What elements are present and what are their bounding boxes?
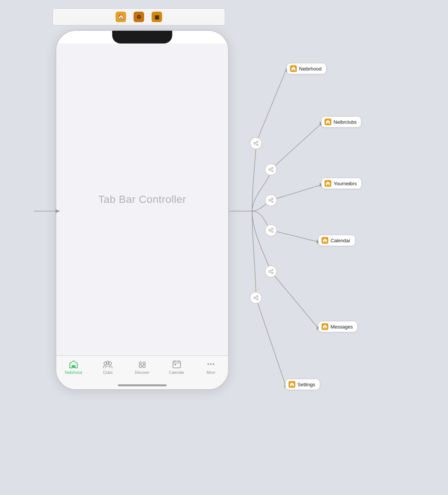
neibrclubs-dest-label: Neibrclubs (334, 119, 356, 125)
toolbar-icon-2: ⚙ (134, 12, 144, 22)
svg-line-28 (271, 272, 318, 328)
neibrhood-tab-label: Neibrhood (65, 370, 82, 375)
svg-line-36 (256, 144, 257, 144)
dest-neibrhood[interactable]: Neibrhood (287, 63, 326, 74)
home-indicator (118, 384, 167, 386)
branch-node-4 (265, 224, 277, 236)
svg-line-50 (271, 230, 272, 230)
svg-line-40 (271, 169, 272, 170)
svg-line-26 (271, 230, 318, 242)
svg-point-33 (257, 141, 258, 142)
xcode-toolbar: 🏠 ⚙ ▦ (53, 8, 225, 26)
svg-line-55 (271, 271, 272, 272)
tab-discover[interactable]: Discover (125, 359, 159, 375)
dest-messages[interactable]: Messages (318, 321, 358, 332)
tab-bar: Neibrhood Clubs (56, 356, 228, 389)
svg-line-30 (256, 298, 286, 386)
svg-point-52 (269, 271, 271, 273)
svg-point-39 (272, 170, 273, 172)
iphone-notch (112, 31, 172, 44)
phone-content: Tab Bar Controller (56, 44, 228, 356)
svg-point-49 (272, 231, 273, 232)
svg-line-46 (271, 201, 272, 201)
branch-node-6 (250, 292, 262, 304)
settings-dest-icon (289, 381, 295, 388)
messages-dest-icon (322, 323, 328, 330)
discover-tab-label: Discover (135, 370, 150, 375)
svg-line-24 (271, 185, 321, 200)
svg-point-4 (139, 362, 141, 364)
svg-point-54 (272, 272, 273, 274)
iphone-frame: Tab Bar Controller Neibrhood (56, 30, 229, 390)
svg-point-42 (269, 200, 271, 201)
more-icon (206, 359, 216, 369)
svg-point-47 (269, 230, 271, 231)
neibrhood-icon (68, 359, 79, 369)
svg-point-57 (254, 297, 256, 299)
calendar-dest-label: Calendar (331, 238, 350, 243)
svg-rect-9 (173, 361, 180, 368)
yourneibrs-dest-label: Yourneibrs (334, 181, 357, 186)
svg-point-53 (272, 269, 273, 271)
calendar-icon (171, 359, 182, 369)
svg-point-58 (257, 296, 258, 297)
svg-point-38 (272, 167, 273, 169)
branch-node-1 (250, 137, 262, 149)
svg-line-51 (271, 231, 272, 231)
branch-node-5 (265, 266, 277, 278)
tab-clubs[interactable]: Clubs (91, 359, 125, 375)
svg-point-5 (143, 362, 145, 364)
clubs-icon (102, 359, 113, 369)
svg-point-34 (257, 144, 258, 146)
svg-point-43 (272, 198, 273, 200)
svg-point-14 (207, 363, 209, 365)
dest-neibrclubs[interactable]: Neibrclubs (321, 116, 361, 128)
svg-rect-0 (72, 366, 75, 368)
messages-dest-label: Messages (331, 324, 353, 330)
branch-node-2 (265, 164, 277, 176)
neibrhood-dest-label: Neibrhood (299, 66, 322, 72)
discover-icon (137, 359, 147, 369)
dest-settings[interactable]: Settings (285, 379, 320, 390)
tab-neibrhood[interactable]: Neibrhood (56, 359, 91, 375)
svg-line-22 (271, 124, 321, 170)
tab-bar-controller-label: Tab Bar Controller (98, 194, 186, 206)
settings-dest-label: Settings (298, 382, 315, 387)
svg-point-32 (254, 142, 256, 144)
svg-point-59 (257, 298, 258, 300)
svg-point-37 (269, 169, 271, 171)
svg-point-48 (272, 228, 273, 230)
neibrhood-dest-icon (290, 65, 297, 72)
dest-yourneibrs[interactable]: Yourneibrs (321, 178, 362, 189)
tab-more[interactable]: More (194, 359, 228, 375)
calendar-dest-icon (322, 237, 328, 244)
svg-point-16 (213, 363, 214, 365)
toolbar-icon-1: 🏠 (116, 12, 126, 22)
svg-line-20 (256, 70, 286, 143)
dest-calendar[interactable]: Calendar (318, 235, 355, 246)
neibrclubs-dest-icon (325, 118, 331, 125)
branch-node-3 (265, 194, 277, 206)
svg-rect-13 (174, 364, 176, 365)
svg-line-41 (271, 170, 272, 171)
svg-point-15 (210, 363, 212, 365)
more-tab-label: More (207, 370, 215, 375)
svg-line-56 (271, 272, 272, 273)
svg-line-35 (256, 142, 257, 143)
calendar-tab-label: Calendar (169, 370, 184, 375)
phone-screen: Tab Bar Controller Neibrhood (56, 44, 228, 389)
svg-line-61 (256, 298, 257, 299)
tab-calendar[interactable]: Calendar (159, 359, 194, 375)
svg-point-44 (272, 201, 273, 202)
svg-rect-6 (139, 365, 141, 368)
svg-line-60 (256, 297, 257, 298)
svg-line-45 (271, 200, 272, 200)
svg-rect-7 (143, 365, 145, 368)
toolbar-icon-3: ▦ (152, 12, 162, 22)
yourneibrs-dest-icon (325, 180, 331, 187)
clubs-tab-label: Clubs (103, 370, 113, 375)
